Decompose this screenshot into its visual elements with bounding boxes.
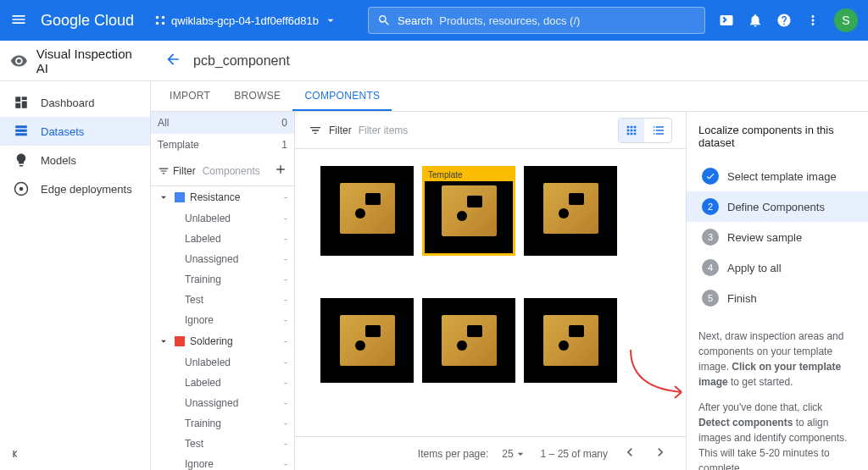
right-panel: Localize components in this dataset Sele… [686,112,868,470]
tree-sub-ignore[interactable]: Ignore- [151,454,294,470]
image-thumbnail-template[interactable]: Template [422,166,515,256]
project-name: qwiklabs-gcp-04-1df0eff6d81b [171,14,319,27]
step-define-components[interactable]: 2 Define Components [687,191,868,222]
right-panel-body: Next, draw inspection areas and componen… [698,329,856,470]
nav-item-edge[interactable]: Edge deployments [0,174,150,203]
next-page-button[interactable] [652,444,669,463]
tree-sub-training[interactable]: Training- [151,413,294,434]
step-current-icon: 2 [702,198,719,215]
image-thumbnail[interactable] [524,166,617,256]
image-thumbnail[interactable] [320,298,414,383]
svg-point-0 [156,16,159,19]
step-done-icon [702,168,719,185]
filter-template[interactable]: Template 1 [151,134,294,156]
left-nav: Dashboard Datasets Models Edge deploymen… [0,81,151,470]
nav-label: Datasets [41,125,84,138]
back-arrow-icon[interactable] [164,51,181,70]
tree-sub-test[interactable]: Test- [151,290,294,310]
tree-sub-unlabeled[interactable]: Unlabeled- [151,208,294,229]
page-size-select[interactable]: 25 [502,447,526,461]
tabs-row: IMPORT BROWSE COMPONENTS [151,81,868,112]
more-icon[interactable] [805,13,821,28]
grid-toolbar: Filter Filter items [295,112,686,149]
image-thumbnail[interactable] [524,298,617,383]
dashboard-icon [14,95,29,110]
cloud-shell-icon[interactable] [719,13,734,28]
step-pending-icon: 4 [702,259,719,276]
components-sidebar: All 0 Template 1 Filter Components [151,112,295,470]
right-panel-title: Localize components in this dataset [698,124,856,149]
list-view-button[interactable] [646,119,671,142]
tree-sub-labeled[interactable]: Labeled- [151,229,294,249]
svg-point-4 [19,187,24,191]
nav-item-dashboard[interactable]: Dashboard [0,88,150,117]
color-swatch [175,336,185,346]
chevron-down-icon [158,335,170,347]
prev-page-button[interactable] [621,444,638,463]
step-apply-all[interactable]: 4 Apply to all [698,252,856,283]
top-header: Google Cloud qwiklabs-gcp-04-1df0eff6d81… [0,0,868,41]
image-thumbnail[interactable] [320,166,414,256]
tab-components[interactable]: COMPONENTS [292,81,392,111]
filter-all[interactable]: All 0 [151,112,294,134]
product-row: Visual Inspection AI pcb_component [0,41,868,81]
filter-icon [158,165,170,177]
tab-browse[interactable]: BROWSE [222,81,292,111]
datasets-icon [14,124,29,139]
tree-sub-unlabeled[interactable]: Unlabeled- [151,352,294,373]
grid-view-button[interactable] [619,119,644,142]
pagination: Items per page: 25 1 – 25 of many [295,436,686,470]
search-input[interactable] [439,14,696,27]
items-per-page-label: Items per page: [418,448,488,460]
tree-sub-unassigned[interactable]: Unassigned- [151,249,294,269]
nav-label: Models [41,154,76,167]
svg-point-1 [162,16,165,19]
search-bar[interactable]: Search [368,7,705,34]
add-icon[interactable] [274,163,287,179]
tree-sub-ignore[interactable]: Ignore- [151,310,294,330]
breadcrumb: pcb_component [193,53,290,69]
components-tree: Resistance - Unlabeled- Labeled- Unassig… [151,186,294,470]
logo[interactable]: Google Cloud [41,12,134,30]
chevron-down-icon [158,191,170,203]
project-selector[interactable]: qwiklabs-gcp-04-1df0eff6d81b [154,14,337,27]
nav-item-datasets[interactable]: Datasets [0,117,150,146]
collapse-toggle-icon[interactable] [8,447,22,463]
nav-label: Edge deployments [41,183,132,196]
menu-icon[interactable] [10,11,27,30]
search-label: Search [398,14,432,27]
avatar[interactable]: S [834,8,858,32]
edge-icon [14,181,29,196]
notifications-icon[interactable] [748,13,763,28]
filter-placeholder[interactable]: Filter items [359,124,409,136]
tree-sub-training[interactable]: Training- [151,269,294,290]
dropdown-icon [324,14,337,27]
tab-import[interactable]: IMPORT [158,81,222,111]
help-icon[interactable] [776,13,792,28]
svg-point-3 [162,22,165,25]
page-range: 1 – 25 of many [541,448,608,460]
filter-header: Filter Components [151,156,294,186]
filter-label: Filter [329,124,352,136]
models-icon [14,152,29,168]
svg-point-2 [156,22,159,25]
nav-item-models[interactable]: Models [0,146,150,174]
middle-section: IMPORT BROWSE COMPONENTS All 0 Template … [151,81,868,470]
nav-label: Dashboard [41,97,95,109]
template-badge: Template [425,169,513,181]
tree-group-resistance[interactable]: Resistance - [151,186,294,208]
step-select-template[interactable]: Select template image [698,161,856,191]
step-review-sample[interactable]: 3 Review sample [698,222,856,252]
filter-icon[interactable] [309,124,322,137]
tree-group-soldering[interactable]: Soldering - [151,330,294,352]
visual-inspection-icon [10,52,28,70]
product-title: Visual Inspection AI [36,47,141,75]
tree-sub-test[interactable]: Test- [151,434,294,454]
image-thumbnail[interactable] [422,298,515,383]
image-grid-area: Filter Filter items Template [295,112,686,470]
step-pending-icon: 3 [702,229,719,246]
main-layout: Dashboard Datasets Models Edge deploymen… [0,81,868,470]
tree-sub-labeled[interactable]: Labeled- [151,373,294,393]
tree-sub-unassigned[interactable]: Unassigned- [151,393,294,413]
step-finish[interactable]: 5 Finish [698,283,856,313]
